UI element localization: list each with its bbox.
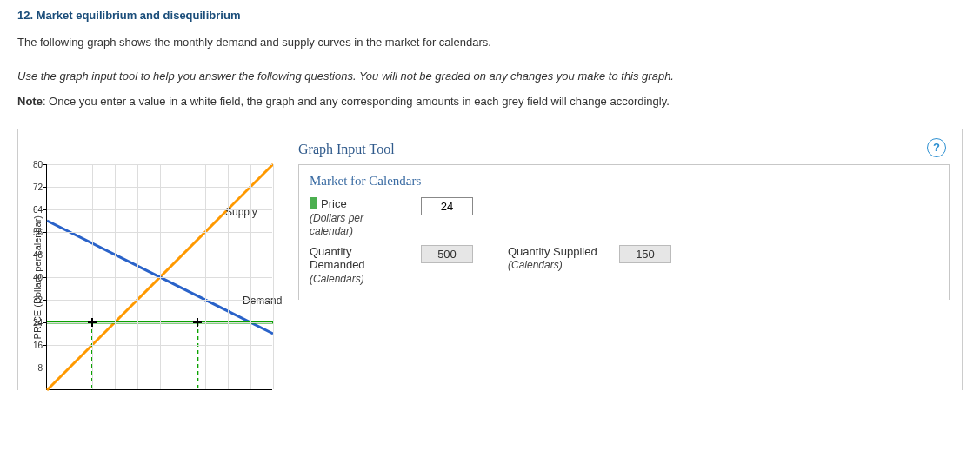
price-sublabel: (Dollars per calendar): [310, 212, 363, 238]
note-text: Note: Once you enter a value in a white …: [17, 95, 963, 108]
price-marker-icon[interactable]: [88, 318, 97, 327]
plot-area[interactable]: Supply Demand: [46, 164, 272, 390]
price-field: Price (Dollars per calendar): [310, 197, 473, 238]
tool-header: Graph Input Tool: [298, 142, 950, 157]
graph-tool-container: PRICE (Dollars per calendar) 81624324048…: [17, 129, 963, 390]
qd-label: Quantity Demanded: [310, 245, 365, 272]
qs-label: Quantity Supplied: [508, 245, 597, 258]
qs-field: Quantity Supplied (Calendars) 150: [508, 245, 671, 286]
qd-field: Quantity Demanded (Calendars) 500: [310, 245, 473, 286]
note-prefix: Note: [17, 95, 43, 108]
qd-value: 500: [421, 245, 473, 263]
price-input[interactable]: [421, 197, 473, 215]
instruction-text: Use the graph input tool to help you ans…: [17, 70, 963, 83]
tool-panel: Market for Calendars Price (Dollars per …: [298, 164, 950, 300]
price-marker-icon[interactable]: [193, 318, 202, 327]
chart[interactable]: PRICE (Dollars per calendar) 81624324048…: [30, 164, 272, 390]
demand-series-label: Demand: [243, 295, 282, 307]
graph-input-tool: ? Graph Input Tool Market for Calendars …: [298, 138, 950, 300]
qd-sublabel: (Calendars): [310, 273, 364, 285]
qs-sublabel: (Calendars): [508, 259, 563, 271]
price-label: Price: [321, 197, 347, 210]
panel-title: Market for Calendars: [310, 174, 938, 189]
price-swatch-icon: [310, 197, 317, 209]
intro-text: The following graph shows the monthly de…: [17, 36, 963, 49]
help-button[interactable]: ?: [927, 138, 946, 157]
supply-series-label: Supply: [225, 206, 257, 218]
qs-value: 150: [619, 245, 671, 263]
question-title: 12. Market equilibrium and disequilibriu…: [17, 9, 963, 22]
note-body: : Once you enter a value in a white fiel…: [43, 95, 670, 108]
